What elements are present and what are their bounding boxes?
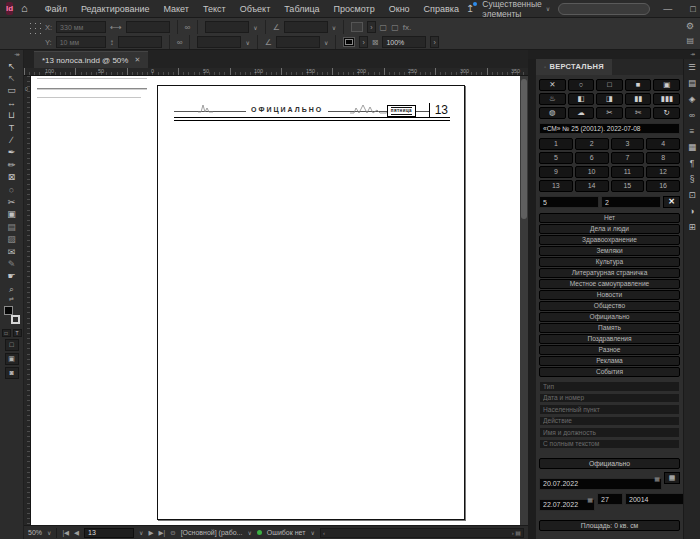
date-input[interactable] xyxy=(539,478,662,490)
category-button[interactable]: События xyxy=(539,367,680,377)
apply-none-button[interactable]: □ xyxy=(5,339,19,351)
panel-tool-scissors-1[interactable]: ✂ xyxy=(596,107,623,119)
tool-page[interactable]: ▭ xyxy=(1,85,23,97)
page-button-15[interactable]: 15 xyxy=(611,180,645,192)
tool-direct-selection[interactable]: ↖ xyxy=(1,72,23,84)
restore-button[interactable]: □ xyxy=(685,4,700,14)
preflight-icon[interactable]: ⊙ xyxy=(170,529,175,537)
chevron-down-icon[interactable]: ∨ xyxy=(310,529,314,536)
effects-panel-icon[interactable]: ◑ xyxy=(689,207,694,216)
tool-gradient-feather[interactable]: ▨ xyxy=(1,233,23,245)
zoom-level[interactable]: 50% xyxy=(28,529,42,536)
category-button[interactable]: Культура xyxy=(539,257,680,267)
x-field[interactable] xyxy=(56,21,106,33)
minimize-button[interactable]: — xyxy=(658,4,677,14)
calendar-icon[interactable]: ▦ xyxy=(654,475,660,482)
stroke-box[interactable] xyxy=(11,315,20,324)
date-number-field[interactable] xyxy=(539,393,680,404)
category-button[interactable]: Дела и люди xyxy=(539,224,680,234)
properties-panel-icon[interactable]: ☰ xyxy=(688,63,696,72)
panel-tool-page-left[interactable]: ◧ xyxy=(568,93,595,105)
tool-frame[interactable]: ⊠ xyxy=(1,172,23,184)
panel-tool-square[interactable]: □ xyxy=(596,79,623,91)
horizontal-scrollbar[interactable]: ‹ › ▤ xyxy=(320,528,524,538)
preflight-profile[interactable]: [Основной] (рабо... xyxy=(181,529,243,536)
share-icon[interactable]: ↥ xyxy=(466,3,474,14)
page-button-1[interactable]: 1 xyxy=(539,138,573,150)
stroke-panel-icon[interactable]: ≡ xyxy=(690,127,695,136)
vertical-ruler[interactable]: 0 xyxy=(24,76,31,525)
formatting-text-button[interactable]: T xyxy=(13,329,22,337)
paragraph-panel-icon[interactable]: ¶ xyxy=(690,159,695,168)
tool-hand[interactable]: ☛ xyxy=(1,271,23,283)
y-field[interactable] xyxy=(56,36,106,48)
panel-tool-filled-square[interactable]: ■ xyxy=(625,79,652,91)
tool-gradient[interactable]: ▤ xyxy=(1,221,23,233)
link-dimensions-icon[interactable]: ∞ xyxy=(185,23,191,32)
chevron-down-icon[interactable]: ∨ xyxy=(245,39,249,46)
category-none[interactable]: Нет xyxy=(539,213,680,223)
full-text-field[interactable] xyxy=(539,439,680,450)
panel-tool-refresh[interactable]: ↻ xyxy=(653,107,680,119)
menu-type[interactable]: Текст xyxy=(196,0,233,18)
panel-tool-move[interactable]: ✕ xyxy=(539,79,566,91)
category-button[interactable]: Поздравления xyxy=(539,334,680,344)
page-button-6[interactable]: 6 xyxy=(575,152,609,164)
area-button[interactable]: Площадь: 0 кв. см xyxy=(539,520,680,531)
pages-mini-icon[interactable]: ▤ xyxy=(515,530,521,536)
name-position-field[interactable] xyxy=(539,427,680,438)
menu-layout[interactable]: Макет xyxy=(156,0,195,18)
type-field[interactable] xyxy=(539,381,680,392)
panel-tool-three-columns[interactable]: ▮▮▮ xyxy=(653,93,680,105)
menu-view[interactable]: Просмотр xyxy=(327,0,382,18)
panel-tab[interactable]: ◦ВЕРСТАЛЬНЯ xyxy=(536,59,612,75)
screen-mode-button[interactable]: ▣ xyxy=(5,353,19,365)
fill-box[interactable] xyxy=(4,306,13,315)
tool-zoom[interactable]: ⌕ xyxy=(1,283,23,295)
workspace-switcher[interactable]: Существенные элементы ∨ xyxy=(482,0,550,19)
panel-tool-square-dot[interactable]: ▣ xyxy=(653,79,680,91)
scale-y-field[interactable] xyxy=(197,36,241,48)
tool-type[interactable]: T xyxy=(1,122,23,134)
page-button-7[interactable]: 7 xyxy=(611,152,645,164)
rotate-field[interactable] xyxy=(284,21,328,33)
menu-edit[interactable]: Редактирование xyxy=(74,0,157,18)
tool-content-collector[interactable]: ⊔ xyxy=(1,110,23,122)
panel-tool-circle[interactable]: ○ xyxy=(568,79,595,91)
vertical-scrollbar[interactable] xyxy=(520,76,528,525)
corner-options-icon[interactable]: ▢ xyxy=(380,23,388,32)
page-button-2[interactable]: 2 xyxy=(575,138,609,150)
tool-ellipse[interactable]: ○ xyxy=(1,184,23,196)
category-button[interactable]: Литературная страничка xyxy=(539,268,680,278)
pages-panel-icon[interactable]: ▤ xyxy=(688,79,696,88)
search-input[interactable] xyxy=(558,3,650,15)
swap-fill-stroke-icon[interactable]: ⇄ xyxy=(9,295,14,302)
shear-field[interactable] xyxy=(276,36,320,48)
control-panel-menu-icon[interactable]: ▤ xyxy=(686,36,694,45)
tool-line[interactable]: ∕ xyxy=(1,134,23,146)
panel-tool-two-columns[interactable]: ▮▮ xyxy=(625,93,652,105)
object-styles-panel-icon[interactable]: ⊡ xyxy=(688,191,695,200)
chevron-down-icon[interactable]: ∨ xyxy=(324,39,328,46)
stroke-menu-button[interactable]: › xyxy=(367,21,375,33)
document-tab[interactable]: *13 полоса.indd @ 50% ✕ xyxy=(34,51,148,68)
tool-free-transform[interactable]: ▣ xyxy=(1,209,23,221)
tool-note[interactable]: ✉ xyxy=(1,246,23,258)
paragraph-styles-panel-icon[interactable]: § xyxy=(690,175,695,184)
menu-file[interactable]: Файл xyxy=(38,0,74,18)
tool-pencil[interactable]: ✏ xyxy=(1,159,23,171)
preview-mode-button[interactable]: ◙ xyxy=(5,367,19,379)
panel-tool-scissors-2[interactable]: ✄ xyxy=(625,107,652,119)
home-icon[interactable]: ⌂ xyxy=(21,3,28,14)
menu-help[interactable]: Справка xyxy=(417,0,466,18)
menu-window[interactable]: Окно xyxy=(382,0,417,18)
category-button[interactable]: Общество xyxy=(539,301,680,311)
link-scale-icon[interactable]: ∞ xyxy=(177,38,183,47)
gear-icon[interactable]: ⚙ xyxy=(686,21,694,31)
last-page-button[interactable]: ▶| xyxy=(159,529,166,537)
horizontal-ruler[interactable]: 100 50 0 50 100 150 200 250 300 350 xyxy=(24,68,528,76)
fill-menu-button[interactable]: › xyxy=(359,36,367,48)
dock-collapse-icon[interactable]: ↠ xyxy=(690,51,695,57)
scale-x-field[interactable] xyxy=(205,21,249,33)
width-field[interactable] xyxy=(126,21,170,33)
